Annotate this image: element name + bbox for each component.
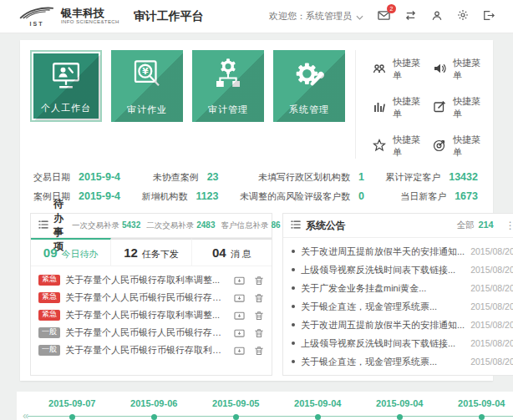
view-all-link[interactable]: 全部 214 [456,220,493,231]
quick-menu-item-target[interactable]: 快捷菜单 [433,134,485,159]
audit-magnifier-yuan-icon: ¥ [111,58,183,93]
stats-customers: 累计评定客户 13432 当日新客户 1673 [385,171,478,203]
stat-label: 案例日期 [33,190,70,203]
timeline-dot-icon [315,414,321,420]
system-gear-wrench-icon [273,58,345,93]
timeline-dot-icon [233,414,239,420]
todo-item-link[interactable]: 关于存量个人人民币银行民币银行存取利率调整... [65,291,229,304]
welcome-text: 欢迎您：系统管理员 [269,10,352,23]
schedule-timeline: « 2015-09-07 关于存量个人民币银行存取调整办理。 2015-09-0… [17,392,513,420]
bullet-icon [292,360,295,363]
quick-menu-item-favorites[interactable]: 快捷菜单 [373,134,424,159]
announcement-link[interactable]: 上级领导视察反洗钱时间表下载链接... [301,337,465,350]
todo-hstat-value: 2483 [196,220,215,230]
timeline-prev-arrow-icon[interactable]: « [20,398,31,420]
top-header: IST 银丰科技 INFO SCIENCE&TECH 审计工作平台 欢迎您：系统… [0,0,513,33]
todo-item-link[interactable]: 关于存量个人民币银行存取利率调整... [65,274,229,286]
archive-icon[interactable] [234,293,245,303]
user-button[interactable] [431,9,443,24]
stat-item: 当日新客户 1673 [385,190,478,203]
stat-item: 交易日期 2015-9-4 [33,171,120,184]
tile-audit-operations[interactable]: ¥ 审计作业 [111,50,183,122]
view-all-label: 全部 [456,220,474,231]
stats-cases: 未协查案例 23 新增机构数 1123 [141,171,218,203]
quick-menu-item-edit[interactable]: 快捷菜单 [433,95,485,120]
archive-icon[interactable] [234,276,245,286]
quick-menu-item-people[interactable]: 快捷菜单 [373,57,424,82]
timeline-entry: 2015-09-04 关于存量个人民币银行存取调整办理。 [440,398,513,420]
announcements-panel: 系统公告 全部 214 ⋮ 关于改进周五提前放假半天的安排通知... 2015/… [282,213,513,376]
trash-icon[interactable] [254,311,264,321]
timeline-date: 2015-09-04 [458,398,505,408]
tile-label: 审计作业 [111,104,183,116]
tab-today-todo[interactable]: 09今日待办 [31,238,111,266]
archive-icon[interactable] [234,328,245,338]
todo-hstat-label: 客户信息补录 [221,220,269,231]
tab-label: 今日待办 [62,249,99,259]
kebab-menu-icon[interactable]: ⋮ [505,220,513,230]
timeline-entry: 2015-09-04 暂无工作安排 [277,398,358,420]
bullet-icon [292,250,295,253]
user-menu[interactable]: 欢迎您：系统管理员 [269,10,363,23]
trash-icon[interactable] [254,328,264,338]
quick-menu-label: 快捷菜单 [393,95,424,120]
logout-button[interactable] [483,9,495,24]
todo-item-link[interactable]: 关于存量个人民币银行人民币银行存取利率调整... [65,326,229,339]
announcement-row: 关于银企直连，现金管理系统票... 2015/08/20 [292,352,513,371]
stats-row: 交易日期 2015-9-4 案例日期 2015-9-4 未协查案例 23 新增机… [28,159,485,213]
todo-item-link[interactable]: 关于存量个人民币银行币银行存取利率调整... [65,344,229,357]
announcements-header: 系统公告 全部 214 ⋮ [283,214,513,238]
bullet-icon [292,268,295,271]
timeline-date: 2015-09-06 [130,398,177,408]
tab-task-dispatch[interactable]: 12任务下发 [111,238,191,266]
trash-icon[interactable] [254,346,264,356]
trash-icon[interactable] [254,293,264,303]
edit-icon [433,100,446,115]
stat-item: 未协查案例 23 [141,171,218,184]
bullet-icon [292,305,295,308]
stat-item: 新增机构数 1123 [141,190,218,203]
stat-label: 未填写行政区划机构数 [258,171,350,184]
quick-menu-label: 快捷菜单 [393,57,424,82]
announcement-row: 上级领导视察反洗钱时间表下载链接... 2015/08/20 [292,334,513,352]
announcement-link[interactable]: 关于改进周五提前放假半天的安排通知... [301,245,465,258]
stat-label: 未协查案例 [153,171,199,184]
todo-item-link[interactable]: 关于存量个人民币银行存取利率调整... [65,309,229,321]
announcement-link[interactable]: 关于银企直连，现金管理系统票... [301,301,465,313]
swap-button[interactable] [404,9,417,24]
timeline-dot-icon [479,414,485,420]
star-icon [373,139,386,154]
announcement-link[interactable]: 关于广发金业务挂盘mini黄金... [301,282,465,295]
timeline-entry: 2015-09-04 关于存量个人民币银行存取调整办理。 [358,398,440,420]
tile-audit-management[interactable]: 审计管理 [192,50,264,122]
announcement-link[interactable]: 关于银企直连，现金管理系统票... [301,356,465,368]
announcement-link[interactable]: 关于改进周五提前放假半天的安排通知... [301,319,465,331]
mail-button[interactable]: 2 [378,9,390,24]
page-title: 审计工作平台 [134,9,204,24]
quick-menu-item-reports[interactable]: 快捷菜单 [373,95,424,120]
user-icon [431,9,443,24]
tile-system-management[interactable]: 系统管理 [273,50,345,122]
tile-label: 审计管理 [192,104,264,116]
stat-label: 当日新客户 [400,190,446,203]
priority-badge: 紧急 [38,275,60,286]
settings-button[interactable] [457,9,469,24]
tab-count: 09 [43,245,58,260]
announcement-link[interactable]: 上级领导视察反洗钱时间表下载链接... [301,264,465,276]
timeline-date: 2015-09-04 [376,398,423,408]
quick-menu-item-announce[interactable]: 快捷菜单 [433,57,485,82]
announcement-row: 关于改进周五提前放假半天的安排通知... 2015/08/20 [292,316,513,334]
announcement-row: 关于广发金业务挂盘mini黄金... 2015/08/20 [292,279,513,297]
todo-hstat-label: 二次交易补录 [146,220,194,231]
trash-icon[interactable] [254,276,264,286]
stat-label: 新增机构数 [141,190,187,203]
tab-messages[interactable]: 04消 息 [192,238,272,266]
todo-tabs: 09今日待办 12任务下发 04消 息 [31,238,272,266]
mail-badge: 2 [387,4,396,13]
bullet-icon [292,286,295,290]
archive-icon[interactable] [234,311,245,321]
tile-personal-workbench[interactable]: 个人工作台 [30,50,102,122]
todo-row: 一般 关于存量个人民币银行人民币银行存取利率调整... [38,324,264,342]
archive-icon[interactable] [234,346,245,356]
timeline-dot-icon [151,414,157,420]
